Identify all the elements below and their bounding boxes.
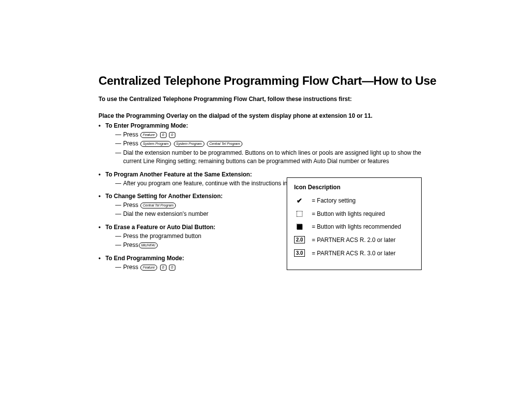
- feature-key: Feature: [140, 265, 157, 271]
- icon-desc: = Factory setting: [312, 197, 356, 204]
- end-press: Press Feature 0 0: [115, 263, 298, 272]
- icon-row-lights-recommended: = Button with lights recommended: [294, 223, 414, 230]
- system-program-key: System Program: [140, 141, 171, 147]
- filled-square-icon: [294, 224, 305, 230]
- central-tel-program-key: Central Tel Program: [140, 203, 176, 208]
- version-badge: 3.0: [294, 249, 305, 257]
- end-mode-steps: Press Feature 0 0: [115, 263, 298, 272]
- digit-key: 0: [169, 132, 175, 138]
- change-ext-press: Press Central Tel Program: [115, 201, 298, 209]
- icon-description-box: Icon Description ✔ = Factory setting = B…: [287, 177, 422, 270]
- press-label: Press: [123, 140, 138, 147]
- mic-hfai-key: Mic/HFAI: [139, 242, 158, 248]
- enter-step-press2: Press System Program System Program Cent…: [115, 139, 429, 148]
- change-ext-dial: Dial the new extension's number: [115, 210, 298, 218]
- system-program-key: System Program: [174, 141, 204, 147]
- intro-text: To use the Centralized Telephone Program…: [99, 95, 483, 103]
- press-label: Press: [123, 241, 138, 248]
- end-mode-heading: To End Programming Mode:: [99, 254, 288, 263]
- feature-key: Feature: [140, 132, 157, 138]
- enter-step-dial: Dial the extension number to be programm…: [115, 149, 429, 166]
- central-tel-program-key: Central Tel Program: [207, 141, 242, 147]
- icon-desc: = PARTNER ACS R. 3.0 or later: [312, 250, 396, 257]
- press-label: Press: [123, 202, 138, 208]
- icon-row-v20: 2.0 = PARTNER ACS R. 2.0 or later: [294, 236, 414, 243]
- digit-key: 0: [160, 132, 166, 138]
- erase-heading: To Erase a Feature or Auto Dial Button:: [99, 223, 288, 232]
- enter-step-press1: Press Feature 0 0: [115, 131, 429, 139]
- change-ext-steps: Press Central Tel Program Dial the new e…: [115, 201, 298, 219]
- digit-key: 0: [169, 265, 175, 271]
- dotted-square-icon: [294, 211, 305, 217]
- icon-row-v30: 3.0 = PARTNER ACS R. 3.0 or later: [294, 249, 414, 257]
- icon-row-lights-required: = Button with lights required: [294, 210, 414, 217]
- icon-desc: = Button with lights recommended: [312, 223, 401, 230]
- erase-press-mic: PressMic/HFAI: [115, 241, 298, 249]
- check-icon: ✔: [294, 197, 305, 205]
- press-label: Press: [123, 264, 138, 271]
- icon-desc: = PARTNER ACS R. 2.0 or later: [312, 237, 396, 243]
- icon-desc: = Button with lights required: [312, 210, 385, 217]
- icon-row-factory: ✔ = Factory setting: [294, 197, 414, 205]
- page-title: Centralized Telephone Programming Flow C…: [99, 74, 483, 88]
- enter-mode-heading: To Enter Programming Mode:: [99, 121, 429, 130]
- enter-mode-steps: Press Feature 0 0 Press System Program S…: [115, 131, 429, 166]
- overlay-instruction: Place the Programming Overlay on the dia…: [99, 112, 483, 119]
- digit-key: 0: [160, 265, 166, 271]
- version-badge: 2.0: [294, 236, 305, 243]
- erase-steps: Press the programmed button PressMic/HFA…: [115, 232, 298, 250]
- icon-box-title: Icon Description: [294, 184, 414, 191]
- press-label: Press: [123, 131, 138, 138]
- erase-press-btn: Press the programmed button: [115, 232, 298, 240]
- change-ext-heading: To Change Setting for Another Extension:: [99, 192, 288, 201]
